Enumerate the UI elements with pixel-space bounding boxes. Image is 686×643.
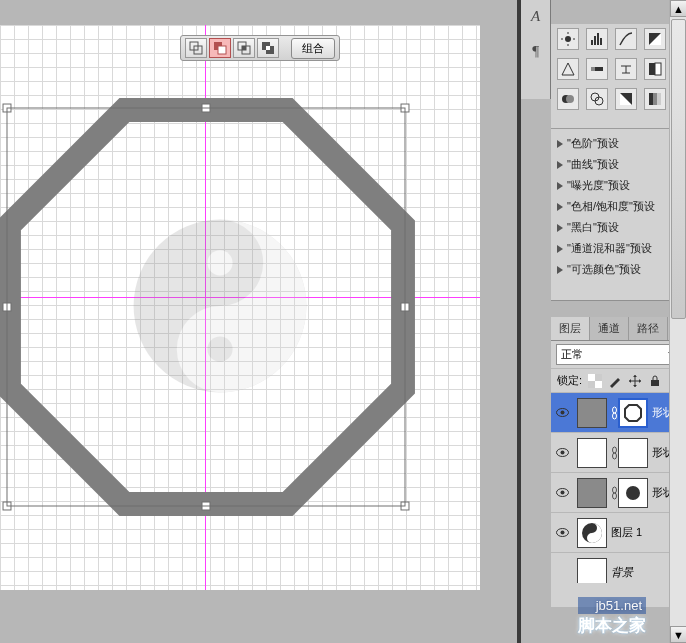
svg-rect-48 [651, 380, 659, 386]
svg-rect-42 [649, 93, 653, 105]
tab-paths[interactable]: 路径 [629, 317, 668, 340]
svg-point-62 [626, 486, 640, 500]
preset-hue[interactable]: "色相/饱和度"预设 [551, 196, 686, 217]
layers-panel-tabs: 图层 通道 路径 [551, 317, 686, 341]
svg-rect-16 [218, 46, 226, 54]
vector-mask-thumbnail[interactable] [618, 438, 648, 468]
svg-point-50 [560, 411, 564, 415]
character-panel-icon[interactable]: A [531, 8, 540, 25]
svg-point-38 [566, 95, 574, 103]
color-balance-icon[interactable] [615, 58, 637, 80]
svg-point-51 [613, 407, 617, 413]
svg-rect-47 [595, 381, 602, 388]
expand-icon [557, 224, 563, 232]
svg-rect-43 [653, 93, 657, 105]
hue-icon[interactable] [586, 58, 608, 80]
paragraph-panel-icon[interactable]: ¶ [532, 43, 540, 60]
octagon-shape[interactable] [7, 108, 405, 506]
blend-mode-dropdown[interactable]: 正常 [556, 344, 681, 365]
layer-name: 图层 1 [611, 525, 642, 540]
vibrance-icon[interactable] [557, 58, 579, 80]
link-icon [611, 446, 618, 460]
layer-thumbnail[interactable] [577, 518, 607, 548]
curves-icon[interactable] [615, 28, 637, 50]
lock-row: 锁定: [551, 369, 686, 393]
combine-button[interactable]: 组合 [291, 38, 335, 59]
preset-curves[interactable]: "曲线"预设 [551, 154, 686, 175]
tab-channels[interactable]: 通道 [590, 317, 629, 340]
svg-rect-19 [242, 46, 246, 50]
layer-row[interactable]: 形状 [551, 393, 686, 433]
brightness-icon[interactable] [557, 28, 579, 50]
watermark-url: jb51.net [578, 597, 646, 614]
path-op-exclude-icon[interactable] [257, 38, 279, 58]
visibility-icon[interactable] [556, 408, 569, 417]
lock-brush-icon[interactable] [608, 374, 622, 388]
svg-point-55 [560, 451, 564, 455]
svg-point-52 [613, 413, 617, 419]
preset-exposure[interactable]: "曝光度"预设 [551, 175, 686, 196]
invert-icon[interactable] [615, 88, 637, 110]
vector-mask-thumbnail[interactable] [618, 478, 648, 508]
preset-channelmix[interactable]: "通道混和器"预设 [551, 238, 686, 259]
watermark: jb51.net 脚本之家 [578, 597, 646, 637]
scroll-down-icon[interactable]: ▼ [670, 626, 686, 643]
path-op-add-icon[interactable] [185, 38, 207, 58]
preset-selective[interactable]: "可选颜色"预设 [551, 259, 686, 280]
visibility-icon[interactable] [556, 488, 569, 497]
adjustments-panel [551, 24, 686, 129]
photofilter-icon[interactable] [557, 88, 579, 110]
layer-thumbnail[interactable] [577, 398, 607, 428]
layer-thumbnail[interactable] [577, 478, 607, 508]
svg-marker-3 [9, 110, 403, 504]
layer-thumbnail[interactable] [577, 558, 607, 584]
collapsed-panel-tabs: A ¶ [521, 0, 551, 99]
preset-bw[interactable]: "黑白"预设 [551, 217, 686, 238]
vector-mask-thumbnail[interactable] [618, 398, 648, 428]
preset-label: "色相/饱和度"预设 [567, 199, 655, 214]
svg-rect-44 [657, 93, 661, 105]
visibility-icon[interactable] [556, 448, 569, 457]
lock-move-icon[interactable] [628, 374, 642, 388]
svg-rect-29 [594, 36, 596, 45]
svg-point-23 [565, 36, 571, 42]
visibility-icon[interactable] [556, 528, 569, 537]
exposure-icon[interactable] [644, 28, 666, 50]
layers-panel: 图层 通道 路径 正常 锁定: 形状 [551, 317, 686, 607]
path-op-intersect-icon[interactable] [233, 38, 255, 58]
svg-rect-36 [655, 63, 661, 75]
scroll-up-icon[interactable]: ▲ [670, 0, 686, 17]
layer-row[interactable]: 形状 [551, 473, 686, 513]
channelmix-icon[interactable] [586, 88, 608, 110]
canvas-area[interactable]: 组合 [0, 0, 519, 643]
svg-point-64 [560, 531, 564, 535]
svg-point-56 [613, 447, 617, 453]
bw-icon[interactable] [644, 58, 666, 80]
svg-marker-53 [625, 405, 641, 421]
scrollbar-thumb[interactable] [671, 19, 686, 319]
preset-label: "可选颜色"预设 [567, 262, 641, 277]
expand-icon [557, 245, 563, 253]
levels-icon[interactable] [586, 28, 608, 50]
link-icon [611, 486, 618, 500]
preset-label: "通道混和器"预设 [567, 241, 652, 256]
lock-all-icon[interactable] [648, 374, 662, 388]
svg-rect-30 [597, 33, 599, 45]
path-op-subtract-icon[interactable] [209, 38, 231, 58]
layer-row[interactable]: 背景 [551, 553, 686, 583]
lock-transparency-icon[interactable] [588, 374, 602, 388]
vertical-scrollbar[interactable]: ▲ ▼ [669, 0, 686, 643]
preset-label: "黑白"预设 [567, 220, 619, 235]
svg-rect-28 [591, 40, 593, 45]
blend-mode-value: 正常 [561, 347, 583, 362]
svg-rect-46 [588, 374, 595, 381]
layer-thumbnail[interactable] [577, 438, 607, 468]
layer-row[interactable]: 形状 [551, 433, 686, 473]
watermark-brand: 脚本之家 [578, 614, 646, 637]
svg-point-60 [613, 487, 617, 493]
preset-levels[interactable]: "色阶"预设 [551, 133, 686, 154]
layer-row[interactable]: 图层 1 [551, 513, 686, 553]
tab-layers[interactable]: 图层 [551, 317, 590, 340]
posterize-icon[interactable] [644, 88, 666, 110]
preset-label: "曝光度"预设 [567, 178, 630, 193]
